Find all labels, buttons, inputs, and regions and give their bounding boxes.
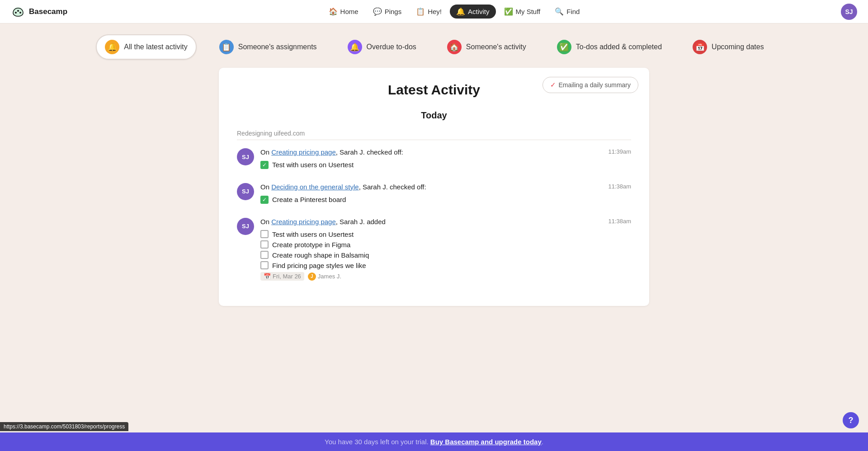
- nav-item-home[interactable]: 🏠 Home: [322, 5, 365, 19]
- overdue-icon: 🔔: [348, 40, 362, 54]
- todo-item-3d: Find pricing page styles we like: [260, 261, 631, 269]
- todo-item-3a: Test with users on Usertest: [260, 230, 631, 238]
- logo[interactable]: Basecamp: [11, 5, 67, 19]
- todo-meta: 📅 Fri, Mar 26 J James J.: [260, 272, 631, 281]
- todo-checkbox-checked-2[interactable]: ✓: [260, 196, 269, 204]
- todo-checkbox-3a[interactable]: [260, 230, 269, 238]
- todo-list-1: ✓ Test with users on Usertest: [260, 161, 631, 169]
- todo-meta-date: 📅 Fri, Mar 26: [260, 272, 304, 281]
- upcoming-dates-icon: 📅: [693, 40, 707, 54]
- project-name: Redesigning uifeed.com: [237, 130, 631, 140]
- activity-time-1: 11:39am: [608, 148, 631, 155]
- check-icon: ✓: [550, 81, 556, 89]
- todo-item: ✓ Test with users on Usertest: [260, 161, 631, 169]
- nav-item-mystuff[interactable]: ✅ My Stuff: [498, 5, 547, 19]
- activity-header-3: On Creating pricing page, Sarah J. added…: [260, 217, 631, 227]
- activity-link-3[interactable]: Creating pricing page: [271, 218, 336, 226]
- content-card: ✓ Emailing a daily summary Latest Activi…: [219, 68, 649, 306]
- main-content: ✓ Emailing a daily summary Latest Activi…: [208, 68, 660, 324]
- filter-someones-activity[interactable]: 🏠 Someone's activity: [439, 35, 534, 59]
- todo-list-2: ✓ Create a Pinterest board: [260, 196, 631, 204]
- assignments-icon: 📋: [219, 40, 234, 54]
- todos-added-icon: ✅: [557, 40, 571, 54]
- activity-icon: 🔔: [456, 7, 465, 16]
- help-button[interactable]: ?: [843, 412, 859, 428]
- someones-activity-icon: 🏠: [447, 40, 462, 54]
- todo-checkbox-checked-1[interactable]: ✓: [260, 161, 269, 169]
- nav-item-pings[interactable]: 💬 Pings: [367, 5, 408, 19]
- activity-item: SJ On Creating pricing page, Sarah J. ch…: [237, 147, 631, 171]
- activity-time-2: 11:38am: [608, 183, 631, 190]
- todo-checkbox-3c[interactable]: [260, 251, 269, 259]
- todo-item-3c: Create rough shape in Balsamiq: [260, 251, 631, 259]
- filter-all-latest[interactable]: 🔔 All the latest activity: [96, 34, 197, 60]
- activity-text-1: On Creating pricing page, Sarah J. check…: [260, 147, 403, 157]
- activity-item-3: SJ On Creating pricing page, Sarah J. ad…: [237, 217, 631, 281]
- activity-item-2: SJ On Deciding on the general style, Sar…: [237, 182, 631, 206]
- filter-row: 🔔 All the latest activity 📋 Someone's as…: [0, 23, 868, 68]
- avatar[interactable]: SJ: [841, 4, 857, 20]
- activity-link-2[interactable]: Deciding on the general style: [271, 183, 359, 191]
- activity-time-3: 11:38am: [608, 218, 631, 225]
- avatar-1: SJ: [237, 148, 254, 165]
- svg-point-3: [19, 12, 21, 14]
- nav-item-activity[interactable]: 🔔 Activity: [450, 5, 496, 19]
- activity-header-1: On Creating pricing page, Sarah J. check…: [260, 147, 631, 157]
- avatar-3: SJ: [237, 218, 254, 235]
- todo-item-3b: Create prototype in Figma: [260, 240, 631, 249]
- basecamp-logo-icon: [11, 5, 25, 19]
- trial-bar: You have 30 days left on your trial. Buy…: [0, 432, 868, 451]
- nav-item-hey[interactable]: 📋 Hey!: [410, 5, 448, 19]
- logo-text: Basecamp: [29, 7, 67, 16]
- nav-center: 🏠 Home 💬 Pings 📋 Hey! 🔔 Activity ✅ My St…: [322, 5, 586, 19]
- email-summary-button[interactable]: ✓ Emailing a daily summary: [542, 77, 639, 93]
- svg-point-1: [15, 12, 17, 14]
- day-heading: Today: [237, 110, 631, 121]
- activity-link-1[interactable]: Creating pricing page: [271, 148, 336, 156]
- activity-body-1: On Creating pricing page, Sarah J. check…: [260, 147, 631, 171]
- filter-overdue-todos[interactable]: 🔔 Overdue to-dos: [340, 35, 425, 59]
- svg-point-2: [17, 10, 19, 12]
- activity-text-3: On Creating pricing page, Sarah J. added: [260, 217, 386, 227]
- url-bar: https://3.basecamp.com/5031803/reports/p…: [0, 422, 128, 431]
- top-nav: Basecamp 🏠 Home 💬 Pings 📋 Hey! 🔔 Activit…: [0, 0, 868, 23]
- todo-item-2: ✓ Create a Pinterest board: [260, 196, 631, 204]
- find-icon: 🔍: [555, 7, 564, 16]
- calendar-icon: 📅: [264, 273, 271, 280]
- hey-icon: 📋: [416, 7, 425, 16]
- mystuff-icon: ✅: [504, 7, 513, 16]
- upgrade-link[interactable]: Buy Basecamp and upgrade today: [430, 438, 542, 446]
- todo-checkbox-3b[interactable]: [260, 240, 269, 249]
- todo-list-3: Test with users on Usertest Create proto…: [260, 230, 631, 269]
- activity-text-2: On Deciding on the general style, Sarah …: [260, 182, 426, 192]
- activity-header-2: On Deciding on the general style, Sarah …: [260, 182, 631, 192]
- filter-upcoming-dates[interactable]: 📅 Upcoming dates: [684, 35, 772, 59]
- todo-checkbox-3d[interactable]: [260, 261, 269, 269]
- all-latest-icon: 🔔: [105, 40, 119, 54]
- pings-icon: 💬: [373, 7, 382, 16]
- assignee-avatar: J: [308, 272, 316, 281]
- todo-meta-assignee: J James J.: [308, 272, 341, 281]
- nav-item-find[interactable]: 🔍 Find: [548, 5, 586, 19]
- home-icon: 🏠: [329, 7, 338, 16]
- activity-body-2: On Deciding on the general style, Sarah …: [260, 182, 631, 206]
- filter-todos-added-completed[interactable]: ✅ To-dos added & completed: [549, 35, 670, 59]
- project-group: Redesigning uifeed.com SJ On Creating pr…: [237, 130, 631, 281]
- filter-someones-assignments[interactable]: 📋 Someone's assignments: [211, 35, 325, 59]
- activity-body-3: On Creating pricing page, Sarah J. added…: [260, 217, 631, 281]
- avatar-2: SJ: [237, 183, 254, 200]
